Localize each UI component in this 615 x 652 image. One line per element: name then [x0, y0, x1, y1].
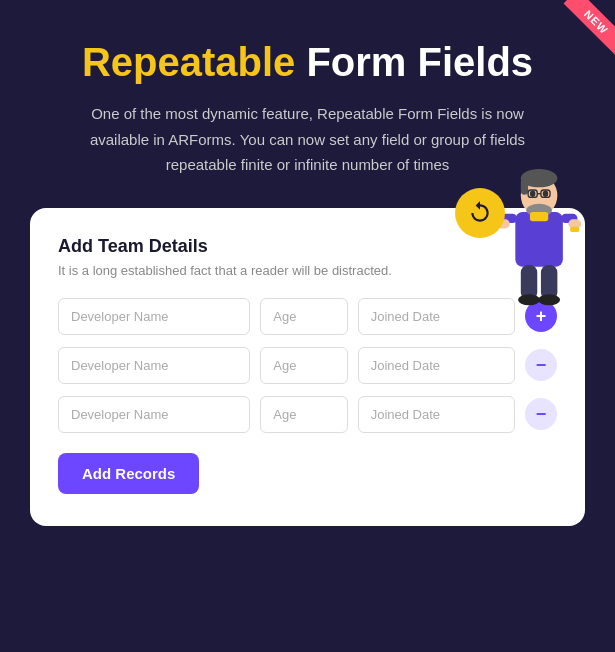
svg-rect-3 [521, 178, 528, 194]
svg-rect-19 [570, 226, 579, 231]
age-input-3[interactable] [260, 396, 347, 433]
svg-point-14 [530, 190, 535, 196]
card-title: Add Team Details [58, 236, 557, 257]
form-row-1: + [58, 298, 557, 335]
name-field-3 [58, 396, 250, 433]
svg-rect-5 [530, 212, 548, 221]
name-field-1 [58, 298, 250, 335]
date-field-3 [358, 396, 515, 433]
title-highlight: Repeatable [82, 40, 295, 84]
svg-point-13 [538, 294, 560, 305]
age-field-2 [260, 347, 347, 384]
developer-name-input-3[interactable] [58, 396, 250, 433]
date-field-2 [358, 347, 515, 384]
age-field-3 [260, 396, 347, 433]
svg-point-15 [543, 190, 548, 196]
new-badge: NEW [545, 0, 615, 70]
joined-date-input-3[interactable] [358, 396, 515, 433]
remove-row-button-3[interactable]: − [525, 398, 557, 430]
form-row-3: − [58, 396, 557, 433]
form-row-2: − [58, 347, 557, 384]
card-subtitle: It is a long established fact that a rea… [58, 263, 557, 278]
page-title: Repeatable Form Fields [60, 40, 555, 85]
page-subtitle: One of the most dynamic feature, Repeata… [60, 101, 555, 178]
age-input-2[interactable] [260, 347, 347, 384]
developer-name-input-2[interactable] [58, 347, 250, 384]
joined-date-input-2[interactable] [358, 347, 515, 384]
new-badge-label: NEW [564, 0, 615, 55]
title-rest: Form Fields [295, 40, 533, 84]
content-area: Add Team Details It is a long establishe… [30, 208, 585, 526]
remove-row-button-2[interactable]: − [525, 349, 557, 381]
refresh-icon [455, 188, 505, 238]
svg-point-12 [518, 294, 540, 305]
add-records-button[interactable]: Add Records [58, 453, 199, 494]
name-field-2 [58, 347, 250, 384]
character-illustration [485, 148, 595, 312]
age-field-1 [260, 298, 347, 335]
age-input-1[interactable] [260, 298, 347, 335]
developer-name-input-1[interactable] [58, 298, 250, 335]
